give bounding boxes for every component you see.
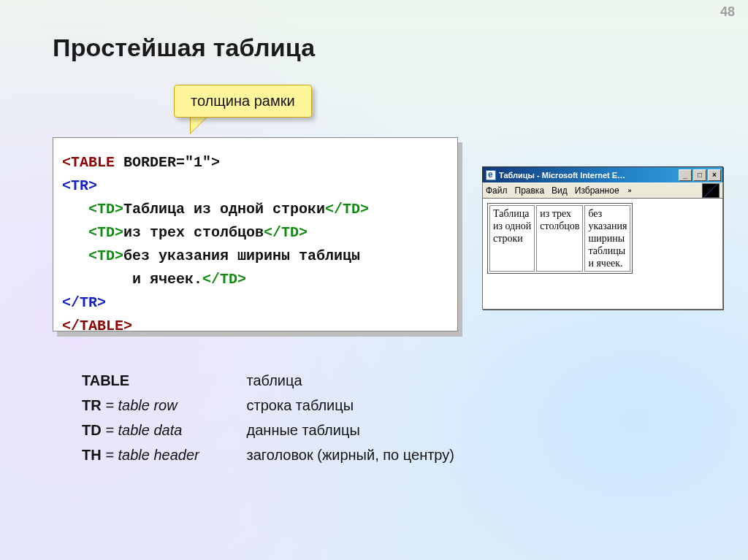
glossary-val: данные таблицы (247, 422, 360, 438)
ie-titlebar[interactable]: Таблицы - Microsoft Internet E… _ □ × (482, 166, 723, 183)
code-token: без указания ширины таблицы (123, 248, 360, 264)
glossary-val: строка таблицы (247, 397, 354, 413)
code-token: </TR> (62, 294, 106, 311)
glossary-val: таблица (247, 372, 302, 388)
code-token: <TD> (62, 201, 123, 218)
glossary-row: TH = table header заголовок (жирный, по … (82, 442, 454, 467)
code-token: </TD> (202, 271, 246, 288)
code-token: </TD> (325, 201, 369, 218)
code-token: <TABLE (62, 154, 115, 171)
glossary-val: заголовок (жирный, по центру) (247, 447, 454, 463)
menu-file[interactable]: Файл (486, 185, 508, 196)
code-token: и ячеек. (62, 271, 202, 288)
code-token: Таблица из одной строки (123, 201, 325, 218)
code-token: из трех столбцов (123, 224, 264, 241)
callout-label: толщина рамки (174, 85, 312, 118)
ie-throbber-icon (702, 183, 720, 198)
ie-logo-icon (486, 170, 496, 180)
glossary-key: TABLE (82, 368, 243, 393)
menu-edit[interactable]: Правка (515, 185, 545, 196)
page-number: 48 (720, 4, 735, 20)
menu-view[interactable]: Вид (552, 185, 568, 196)
ie-window-title: Таблицы - Microsoft Internet E… (499, 171, 677, 180)
code-token: </TD> (264, 224, 308, 241)
ie-client-area: Таблицаиз однойстроки из трехстолбцов бе… (482, 199, 723, 310)
menu-fav[interactable]: Избранное (575, 185, 619, 196)
code-token: BORDER="1"> (115, 154, 220, 171)
maximize-button[interactable]: □ (693, 169, 706, 181)
code-token: <TD> (62, 224, 123, 241)
ie-menubar: Файл Правка Вид Избранное » (482, 183, 723, 199)
code-token: </TABLE> (62, 318, 132, 334)
glossary-key: TD = table data (82, 418, 243, 442)
table-cell: Таблицаиз однойстроки (489, 205, 535, 272)
table-row: Таблицаиз однойстроки из трехстолбцов бе… (489, 205, 630, 272)
page-title: Простейшая таблица (53, 34, 315, 62)
glossary-key: TH = table header (82, 442, 243, 467)
slide: 48 Простейшая таблица толщина рамки <TAB… (0, 0, 748, 560)
code-token: <TR> (62, 177, 97, 194)
glossary-row: TABLE таблица (82, 368, 454, 393)
glossary-row: TR = table row строка таблицы (82, 393, 454, 418)
code-token: <TD> (62, 248, 123, 264)
glossary-row: TD = table data данные таблицы (82, 418, 454, 442)
ie-window: Таблицы - Microsoft Internet E… _ □ × Фа… (482, 166, 723, 310)
rendered-table: Таблицаиз однойстроки из трехстолбцов бе… (487, 203, 633, 274)
close-button[interactable]: × (708, 169, 721, 181)
table-cell: безуказанияширинытаблицыи ячеек. (584, 205, 630, 272)
minimize-button[interactable]: _ (679, 169, 692, 181)
menu-overflow-icon[interactable]: » (628, 187, 632, 194)
callout-tail (191, 115, 208, 133)
glossary: TABLE таблица TR = table row строка табл… (82, 368, 454, 467)
table-cell: из трехстолбцов (536, 205, 583, 272)
glossary-key: TR = table row (82, 393, 243, 418)
code-box: <TABLE BORDER="1"> <TR> <TD>Таблица из о… (53, 137, 458, 331)
